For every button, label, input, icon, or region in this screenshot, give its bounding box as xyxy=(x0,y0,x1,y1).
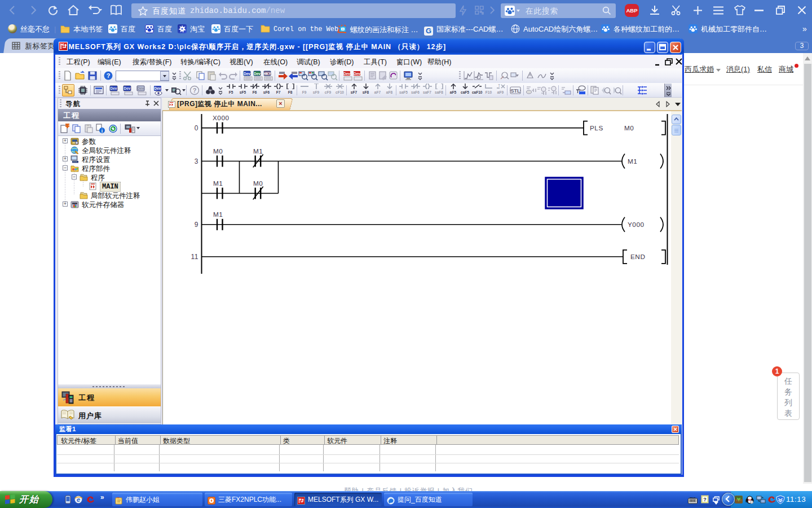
svg-text:STL: STL xyxy=(511,88,521,94)
svg-text:i: i xyxy=(102,128,103,134)
svg-text:0: 0 xyxy=(195,124,198,132)
svg-text:HKY: HKY xyxy=(263,72,271,76)
svg-text:M0: M0 xyxy=(253,179,263,187)
svg-text:M0: M0 xyxy=(624,124,634,132)
svg-text:?: ? xyxy=(193,87,197,94)
svg-text:T: T xyxy=(498,84,500,88)
svg-text:M1: M1 xyxy=(628,157,637,165)
svg-text:M0: M0 xyxy=(213,147,223,155)
svg-text:Dev: Dev xyxy=(354,72,360,76)
svg-text:3: 3 xyxy=(195,157,198,165)
svg-text:Y000: Y000 xyxy=(628,221,645,229)
svg-text:M1: M1 xyxy=(253,147,263,155)
svg-text:M1: M1 xyxy=(213,179,223,187)
svg-text:?: ? xyxy=(703,497,707,502)
svg-text:?: ? xyxy=(107,72,111,79)
svg-text:Dev: Dev xyxy=(155,86,161,90)
svg-text:X000: X000 xyxy=(213,114,230,122)
svg-text:11: 11 xyxy=(191,253,198,261)
svg-text:Dev: Dev xyxy=(138,86,144,90)
svg-text:Dev: Dev xyxy=(111,86,117,90)
svg-text:Dev: Dev xyxy=(244,72,250,76)
svg-text:9: 9 xyxy=(195,221,198,229)
svg-text:Dev: Dev xyxy=(124,86,131,90)
svg-text:END: END xyxy=(630,253,645,261)
svg-text:M1: M1 xyxy=(213,211,223,218)
svg-text:Dev: Dev xyxy=(343,72,350,76)
svg-text:PLS: PLS xyxy=(590,124,603,132)
svg-text:Dev: Dev xyxy=(254,72,261,76)
